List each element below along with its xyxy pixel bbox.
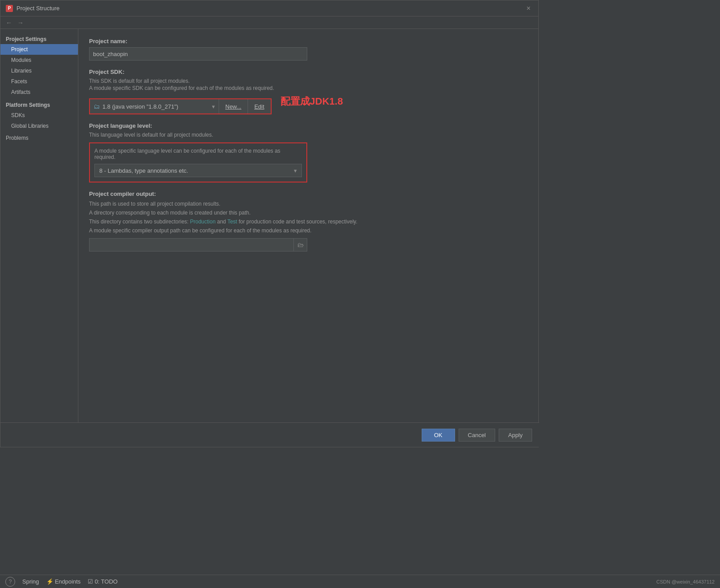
sdk-edit-button[interactable]: Edit [248,99,270,114]
title-bar-left: P Project Structure [6,5,60,12]
language-section: Project language level: This language le… [89,122,528,182]
sidebar-item-sdks[interactable]: SDKs [0,110,78,121]
endpoints-label: ⚡ Endpoints [46,578,81,585]
title-bar: P Project Structure × [0,0,538,16]
language-level-label: Project language level: [89,122,528,129]
dialog-body: Project Settings Project Modules Librari… [0,29,538,447]
sidebar: Project Settings Project Modules Librari… [0,29,78,447]
apply-button[interactable]: Apply [499,429,532,442]
sdk-value-text: 1.8 (java version "1.8.0_271") [102,103,178,110]
compiler-desc4: A module specific compiler output path c… [89,227,528,235]
sidebar-item-libraries[interactable]: Libraries [0,65,78,76]
compiler-desc2: A directory corresponding to each module… [89,209,528,217]
sdk-desc1: This SDK is default for all project modu… [89,78,528,84]
sdk-dropdown[interactable]: 🗂 1.8 (java version "1.8.0_271") ▾ [90,99,219,114]
sidebar-item-modules[interactable]: Modules [0,55,78,65]
language-value-text: 8 - Lambdas, type annotations etc. [99,167,188,174]
language-desc1: This language level is default for all p… [89,132,528,138]
dialog-footer: OK Cancel Apply [0,422,539,447]
compiler-output-label: Project compiler output: [89,191,528,197]
language-desc2: A module specific language level can be … [94,148,302,160]
language-box: A module specific language level can be … [89,142,307,182]
nav-bar: ← → [0,16,538,29]
sidebar-item-facets[interactable]: Facets [0,76,78,87]
sidebar-item-artifacts[interactable]: Artifacts [0,87,78,97]
annotation-jdk: 配置成JDK1.8 [281,95,343,108]
compiler-desc1: This path is used to store all project c… [89,200,528,208]
cancel-button[interactable]: Cancel [459,429,495,442]
bottom-bar-left: ? Spring ⚡ Endpoints ☑ 0: TODO [5,577,118,587]
project-structure-dialog: P Project Structure × ← → Project Settin… [0,0,539,447]
help-button[interactable]: ? [5,577,15,587]
forward-button[interactable]: → [16,18,25,27]
language-dropdown-arrow: ▾ [294,167,297,174]
app-icon: P [6,5,13,12]
compiler-path-row: 🗁 [89,238,528,251]
sdk-desc2: A module specific SDK can be configured … [89,85,528,91]
compiler-desc3: This directory contains two subdirectori… [89,218,528,226]
sidebar-item-global-libraries[interactable]: Global Libraries [0,121,78,131]
close-button[interactable]: × [524,4,533,13]
sdk-new-button[interactable]: New... [219,99,248,114]
platform-settings-heading: Platform Settings [0,97,78,110]
sidebar-item-project[interactable]: Project [0,44,78,55]
back-button[interactable]: ← [4,18,14,27]
sdk-selector-box: 🗂 1.8 (java version "1.8.0_271") ▾ New..… [89,98,272,114]
sdk-label: Project SDK: [89,69,528,75]
sdk-section: Project SDK: This SDK is default for all… [89,69,528,114]
sdk-icon: 🗂 [94,103,100,110]
compiler-section: Project compiler output: This path is us… [89,191,528,251]
spring-label: Spring [22,578,39,585]
main-content: Project name: Project SDK: This SDK is d… [78,29,538,447]
compiler-path-input[interactable] [89,238,294,251]
project-name-label: Project name: [89,38,528,45]
todo-label: ☑ 0: TODO [88,578,118,585]
sidebar-item-problems[interactable]: Problems [0,131,78,143]
compiler-path-browse-button[interactable]: 🗁 [294,238,307,251]
language-dropdown[interactable]: 8 - Lambdas, type annotations etc. ▾ [94,164,302,177]
watermark: CSDN @weixin_46437112 [656,579,715,584]
bottom-bar: ? Spring ⚡ Endpoints ☑ 0: TODO CSDN @wei… [0,575,720,588]
project-settings-heading: Project Settings [0,32,78,44]
ok-button[interactable]: OK [422,429,455,442]
sdk-dropdown-arrow: ▾ [212,103,215,110]
window-title: Project Structure [16,5,60,12]
project-name-input[interactable] [89,47,307,61]
